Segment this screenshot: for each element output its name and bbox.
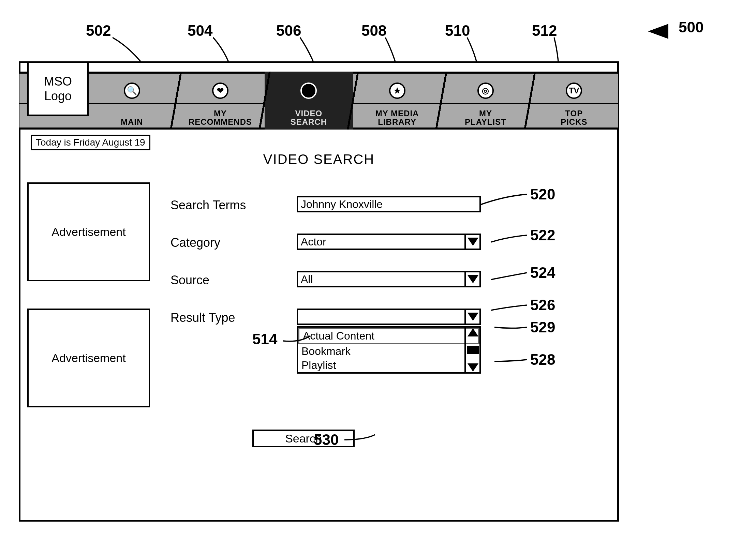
tab-my-media-library[interactable]: ★ MY MEDIA LIBRARY bbox=[353, 72, 441, 130]
ref-506: 506 bbox=[276, 22, 301, 39]
ref-520: 520 bbox=[530, 186, 555, 203]
chevron-down-icon bbox=[464, 309, 480, 324]
search-terms-input[interactable]: Johnny Knoxville bbox=[297, 196, 481, 212]
result-type-label: Result Type bbox=[171, 311, 235, 325]
category-value: Actor bbox=[301, 236, 326, 248]
ref-512: 512 bbox=[532, 22, 557, 39]
tab-my-recommends[interactable]: ❤ MY RECOMMENDS bbox=[176, 72, 264, 130]
tab-label: MY PLAYLIST bbox=[441, 109, 530, 126]
tab-label: MAIN bbox=[88, 118, 176, 126]
tab-video-search[interactable]: ● VIDEO SEARCH bbox=[265, 72, 353, 130]
row-source: Source All bbox=[171, 271, 505, 290]
row-result-type: Result Type Actual Content Bookmark Play… bbox=[171, 309, 505, 377]
ref-504: 504 bbox=[188, 22, 212, 39]
ref-529: 529 bbox=[530, 319, 555, 336]
date-chip: Today is Friday August 19 bbox=[31, 135, 150, 150]
ref-514: 514 bbox=[252, 331, 277, 348]
ref-500: 500 bbox=[679, 19, 703, 36]
search-icon: 🔍 bbox=[124, 82, 140, 99]
ref-522: 522 bbox=[530, 227, 555, 244]
scroll-thumb[interactable] bbox=[467, 346, 479, 354]
option-playlist[interactable]: Playlist bbox=[298, 358, 479, 372]
tab-label: VIDEO SEARCH bbox=[265, 109, 353, 126]
source-select[interactable]: All bbox=[297, 271, 481, 287]
tab-label: MY MEDIA LIBRARY bbox=[353, 109, 441, 126]
dot-icon: ● bbox=[300, 82, 317, 99]
disc-icon: ◎ bbox=[477, 82, 494, 99]
screen-frame: 🔍 MAIN ❤ MY RECOMMENDS ● VIDEO SEARCH ★ … bbox=[19, 61, 619, 522]
ref-502: 502 bbox=[86, 22, 111, 39]
search-button[interactable]: Search bbox=[252, 430, 355, 447]
category-select[interactable]: Actor bbox=[297, 234, 481, 250]
ref-526: 526 bbox=[530, 297, 555, 314]
search-terms-label: Search Terms bbox=[171, 198, 246, 212]
tab-label: MY RECOMMENDS bbox=[176, 109, 264, 126]
chevron-down-icon bbox=[464, 234, 480, 249]
scroll-up-icon[interactable] bbox=[468, 328, 478, 336]
ad-slot-2[interactable]: Advertisement bbox=[27, 309, 150, 407]
result-type-dropdown: Actual Content Bookmark Playlist bbox=[297, 326, 481, 374]
chevron-down-icon bbox=[464, 272, 480, 287]
dropdown-scrollbar[interactable] bbox=[464, 327, 480, 373]
nav-band: 🔍 MAIN ❤ MY RECOMMENDS ● VIDEO SEARCH ★ … bbox=[19, 72, 618, 130]
tab-main[interactable]: 🔍 MAIN bbox=[88, 72, 176, 130]
ref-510: 510 bbox=[445, 22, 470, 39]
tab-top-picks[interactable]: TV TOP PICKS bbox=[530, 72, 618, 130]
ref-508: 508 bbox=[361, 22, 386, 39]
heart-icon: ❤ bbox=[212, 82, 228, 99]
tv-icon: TV bbox=[566, 82, 582, 99]
category-label: Category bbox=[171, 236, 220, 250]
row-category: Category Actor bbox=[171, 234, 505, 253]
option-actual-content[interactable]: Actual Content bbox=[298, 328, 479, 344]
option-bookmark[interactable]: Bookmark bbox=[298, 344, 479, 358]
search-form: Search Terms Johnny Knoxville Category A… bbox=[171, 196, 505, 395]
ref-524: 524 bbox=[530, 264, 555, 281]
nav-tabs: 🔍 MAIN ❤ MY RECOMMENDS ● VIDEO SEARCH ★ … bbox=[88, 72, 618, 130]
source-label: Source bbox=[171, 273, 209, 287]
source-value: All bbox=[301, 273, 313, 286]
ref-528: 528 bbox=[530, 351, 555, 368]
ref-530: 530 bbox=[314, 431, 339, 448]
star-icon: ★ bbox=[389, 82, 405, 99]
arrow-500-icon bbox=[648, 24, 668, 39]
page-title: VIDEO SEARCH bbox=[20, 152, 617, 167]
row-search-terms: Search Terms Johnny Knoxville bbox=[171, 196, 505, 215]
result-type-select[interactable] bbox=[297, 309, 481, 325]
mso-logo: MSO Logo bbox=[27, 61, 89, 116]
scroll-down-icon[interactable] bbox=[468, 363, 478, 372]
ad-slot-1[interactable]: Advertisement bbox=[27, 182, 150, 281]
tab-label: TOP PICKS bbox=[530, 109, 618, 126]
tab-my-playlist[interactable]: ◎ MY PLAYLIST bbox=[441, 72, 530, 130]
